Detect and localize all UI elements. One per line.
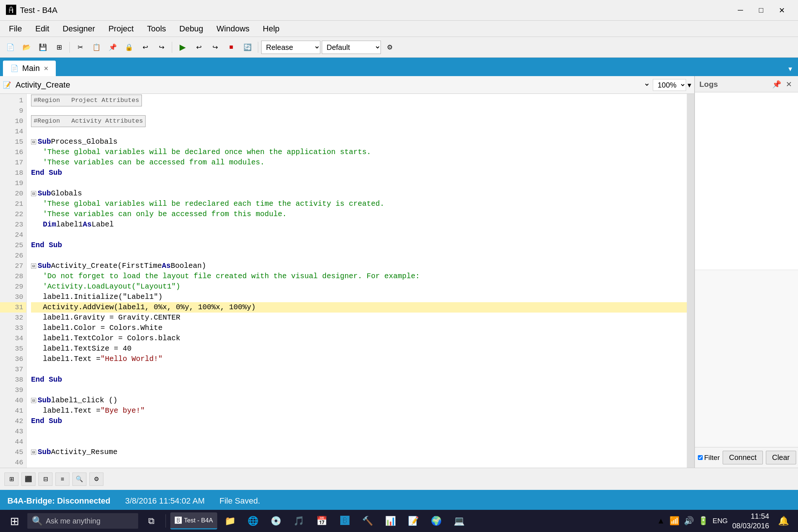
taskbar-chrome[interactable]: 💻 [449,511,469,531]
logs-close-button[interactable]: ✕ [784,78,794,90]
filter-checkbox[interactable] [698,455,703,460]
systray-network[interactable]: 📶 [669,516,679,526]
default-dropdown[interactable]: Default [322,41,381,54]
menu-edit[interactable]: Edit [29,22,55,36]
tab-main-close[interactable]: ✕ [44,65,48,72]
menu-designer[interactable]: Designer [57,22,101,36]
menu-tools[interactable]: Tools [141,22,172,36]
menu-debug[interactable]: Debug [173,22,209,36]
taskbar-b4a-icon[interactable]: 🅱 [335,511,355,531]
code-line-31: Activity.AddView(label1, 0%x, 0%y, 100%x… [31,302,687,313]
linenum-18: 18 [0,168,26,178]
filter-label[interactable]: Filter [698,454,720,462]
tab-main[interactable]: 📄 Main ✕ [3,61,56,76]
toolbar-stop[interactable]: ■ [224,40,239,54]
region-box-1[interactable]: #Region Project Attributes [31,95,142,106]
toolbar-redo[interactable]: ↪ [154,40,169,54]
clear-button[interactable]: Clear [766,451,796,464]
region-box-10[interactable]: #Region Activity Attributes [31,115,146,127]
toolbar-settings[interactable]: ⚙ [382,40,397,54]
taskbar-steam[interactable]: 💿 [266,511,286,531]
titlebar-controls: ─ □ ✕ [730,3,792,18]
kw-endsub-25: End Sub [31,240,62,250]
menu-windows[interactable]: Windows [211,22,255,36]
systray-chevron[interactable]: ▲ [657,516,665,526]
code-36b: "Hello World!" [100,354,163,364]
code-line-34: label1.TextColor = Colors.black [31,333,687,344]
minimize-button[interactable]: ─ [730,3,751,18]
toolbar-run[interactable]: ▶ [175,40,190,54]
toolbar-new[interactable]: 📄 [3,40,18,54]
taskbar-edge[interactable]: 🌐 [243,511,263,531]
notifications-button[interactable]: 🔔 [774,511,794,531]
code-30: label1.Initialize("Label1") [43,292,163,302]
toolbar-grid[interactable]: ⊞ [52,40,66,54]
maximize-button[interactable]: □ [751,3,771,18]
kw-sub-45: Sub [38,447,51,457]
code-line-18: End Sub [31,168,687,178]
fold-45[interactable]: ⊟ [31,450,36,455]
bottom-tool-3[interactable]: ⊟ [38,473,52,486]
bottom-tool-5[interactable]: 🔍 [72,473,86,486]
bottom-tool-1[interactable]: ⊞ [4,473,18,486]
taskbar-word[interactable]: 📝 [403,511,423,531]
bottom-tool-6[interactable]: ⚙ [89,473,103,486]
close-button[interactable]: ✕ [771,3,792,18]
taskbar-spotify[interactable]: 🎵 [289,511,309,531]
taskbar-clock[interactable]: 11:54 08/03/2016 [732,511,769,531]
bottom-tool-2[interactable]: ⬛ [21,473,35,486]
toolbar-refresh[interactable]: 🔄 [240,40,255,54]
menu-file[interactable]: File [3,22,28,36]
linenum-29: 29 [0,282,26,292]
taskbar-maps[interactable]: 🌍 [426,511,446,531]
connect-button[interactable]: Connect [723,451,763,464]
zoom-dropdown[interactable]: 100% 75% 125% 150% [653,79,686,91]
toolbar-cut[interactable]: ✂ [73,40,88,54]
menu-help[interactable]: Help [257,22,285,36]
release-dropdown[interactable]: Release Debug [261,41,320,54]
taskbar-unity[interactable]: 🔨 [358,511,378,531]
toolbar-paste[interactable]: 📌 [105,40,120,54]
logs-pin-button[interactable]: 📌 [771,78,783,90]
editor-scrollbar[interactable] [687,94,694,468]
fold-40[interactable]: ⊟ [31,398,36,403]
kw-endsub-38: End Sub [31,375,62,385]
taskbar-excel[interactable]: 📊 [381,511,400,531]
start-button[interactable]: ⊞ [4,511,24,531]
kw-sub-20: Sub [38,188,51,199]
code-area[interactable]: #Region Project Attributes #Region Activ… [27,94,687,468]
search-bar[interactable]: 🔍 Ask me anything [27,513,138,529]
toolbar-lock[interactable]: 🔒 [122,40,136,54]
kw-sub-27: Sub [38,261,51,271]
taskbar-b4a-app[interactable]: 🅱 Test - B4A [170,512,217,529]
toolbar-undo[interactable]: ↩ [138,40,153,54]
toolbar-step-fwd[interactable]: ↪ [208,40,222,54]
comment-29: 'Activity.LoadLayout("Layout1") [43,282,180,292]
fold-15[interactable]: ⊟ [31,139,36,144]
systray-battery[interactable]: 🔋 [698,516,708,526]
menu-project[interactable]: Project [102,22,139,36]
type-23: Label [92,219,114,230]
search-icon: 🔍 [32,516,43,526]
editor-header: 📝 Activity_Create 100% 75% 125% 150% ▾ [0,76,694,94]
tab-scroll[interactable]: ▾ [785,61,795,76]
toolbar-copy[interactable]: 📋 [89,40,104,54]
code-line-41: label1.Text = "Bye bye!" [31,406,687,416]
kw-endsub-42: End Sub [31,416,62,426]
taskbar-explorer[interactable]: 📁 [220,511,240,531]
fold-20[interactable]: ⊟ [31,191,36,196]
taskbar-calc[interactable]: 📅 [312,511,332,531]
toolbar-step-back[interactable]: ↩ [191,40,206,54]
taskview-button[interactable]: ⧉ [141,511,161,531]
toolbar-open[interactable]: 📂 [19,40,34,54]
linenum-31: 31 [0,302,26,313]
systray-volume[interactable]: 🔊 [684,516,694,526]
bottom-tool-4[interactable]: ≡ [55,473,69,486]
tab-main-icon: 📄 [10,64,18,72]
linenum-34: 34 [0,333,26,344]
kw-sub-40: Sub [38,395,51,406]
fold-27[interactable]: ⊟ [31,263,36,269]
editor-title-dropdown[interactable]: Activity_Create [14,80,650,90]
code-line-40: ⊟ Sub label1_click () [31,395,687,406]
toolbar-save[interactable]: 💾 [35,40,50,54]
